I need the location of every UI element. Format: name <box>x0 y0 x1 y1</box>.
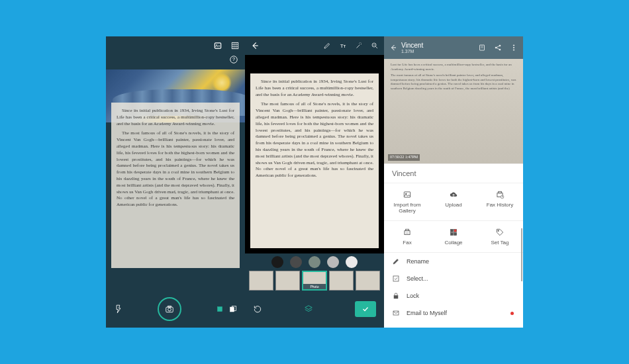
camera-screen: A+ ? Since its initial publication in 19… <box>106 36 245 328</box>
editor-page-text: Since its initial publication in 1934, I… <box>250 73 379 248</box>
cloud-up-icon <box>449 190 458 199</box>
zoom-out-icon[interactable] <box>371 42 379 50</box>
svg-text:?: ? <box>232 57 235 62</box>
lock-icon <box>392 292 400 300</box>
filter-thumb-1[interactable] <box>249 271 273 291</box>
filter-label: Photo <box>303 284 326 289</box>
svg-rect-38 <box>406 229 409 230</box>
action-label: Set Tag <box>491 240 509 246</box>
menu-label: Email to Myself <box>407 310 447 316</box>
svg-rect-40 <box>450 229 453 232</box>
tone-dot-2[interactable] <box>290 256 302 268</box>
email-icon <box>392 309 400 317</box>
fax-button[interactable]: Fax <box>384 224 430 250</box>
document-screen: Vincent 1.37M Lust for Life has been a c… <box>384 36 523 328</box>
email-myself-item[interactable]: Email to Myself <box>384 304 523 322</box>
filter-thumb-2[interactable] <box>275 271 300 291</box>
svg-rect-47 <box>393 311 399 315</box>
editor-bottombar <box>245 296 384 322</box>
back-icon[interactable] <box>250 41 260 50</box>
single-mode-icon[interactable] <box>216 305 224 313</box>
svg-point-44 <box>498 230 499 232</box>
set-tag-button[interactable]: Set Tag <box>477 224 523 250</box>
editor-topbar: Tт <box>245 36 384 55</box>
svg-rect-43 <box>454 233 457 236</box>
hide-page-details-item[interactable]: Hide Page Details <box>384 322 523 328</box>
tone-dot-4[interactable] <box>327 256 339 268</box>
menu-label: Select... <box>407 275 428 282</box>
new-badge <box>510 312 514 315</box>
menu-label: Lock <box>407 293 419 299</box>
confirm-button[interactable] <box>355 301 376 317</box>
select-icon <box>392 275 400 283</box>
shutter-button[interactable] <box>158 297 181 321</box>
select-item[interactable]: Select... <box>384 270 523 287</box>
svg-rect-41 <box>454 229 457 232</box>
collage-button[interactable]: Collage <box>430 224 477 250</box>
preview-p1: Lust for Life has been a critical succes… <box>391 63 516 71</box>
grid-icon[interactable] <box>230 41 240 50</box>
paragraph-2: The most famous of all of Stone's novels… <box>117 130 234 208</box>
svg-rect-45 <box>393 276 399 281</box>
rename-icon <box>392 257 400 265</box>
wand-icon[interactable] <box>355 42 363 50</box>
filter-thumbnails: Photo <box>249 271 380 291</box>
filter-thumb-5[interactable] <box>356 271 380 291</box>
filter-thumb-4[interactable] <box>329 271 354 291</box>
layers-icon[interactable] <box>304 304 313 314</box>
fax-history-button[interactable]: Fax History <box>477 186 523 218</box>
scrollbar[interactable] <box>521 228 522 281</box>
document-date: 07/30/22 1:47PM <box>388 154 420 161</box>
batch-mode-icon[interactable] <box>229 305 237 313</box>
rotate-icon[interactable] <box>253 304 262 314</box>
text-icon[interactable]: Tт <box>339 42 347 50</box>
upload-button[interactable]: Upload <box>430 186 477 218</box>
document-title-block: Vincent 1.37M <box>401 42 478 54</box>
filter-strip: Photo <box>245 253 384 296</box>
tone-dot-5[interactable] <box>346 256 358 268</box>
menu-list: Rename Select... Lock Email to Myself Hi… <box>384 252 523 328</box>
camera-icon <box>165 304 174 314</box>
document-preview-thumb[interactable]: Lust for Life has been a critical succes… <box>384 59 523 163</box>
pen-icon[interactable] <box>323 42 331 50</box>
help-icon[interactable]: ? <box>229 55 238 64</box>
flash-icon[interactable] <box>114 304 123 314</box>
collage-icon <box>449 228 458 237</box>
svg-rect-12 <box>218 307 222 312</box>
svg-line-27 <box>497 46 499 48</box>
tone-dot-1[interactable] <box>271 256 283 268</box>
share-icon[interactable] <box>494 44 502 52</box>
menu-label: Hide Page Details <box>407 327 454 328</box>
action-label: Import from Gallery <box>385 202 429 214</box>
filter-tone-dots <box>249 256 380 268</box>
svg-rect-46 <box>394 296 398 299</box>
lock-item[interactable]: Lock <box>384 287 523 304</box>
document-topbar: Vincent 1.37M <box>384 36 523 59</box>
eye-off-icon <box>392 326 400 328</box>
action-label: Collage <box>444 240 462 246</box>
svg-line-28 <box>497 48 499 50</box>
svg-point-29 <box>513 45 514 46</box>
document-title: Vincent <box>401 42 478 49</box>
pdf-icon[interactable] <box>478 44 486 52</box>
sheet-title: Vincent <box>384 163 523 183</box>
svg-point-30 <box>513 47 514 48</box>
tone-dot-3[interactable] <box>309 256 320 268</box>
import-from-gallery-button[interactable]: Import from Gallery <box>384 186 430 218</box>
camera-bottombar <box>106 291 245 328</box>
tag-icon <box>495 228 505 237</box>
svg-point-25 <box>499 45 501 46</box>
rename-item[interactable]: Rename <box>384 253 523 270</box>
svg-text:Tт: Tт <box>340 43 346 49</box>
action-grid-row-2: Fax Collage Set Tag <box>384 220 523 252</box>
fax-history-icon <box>495 190 505 199</box>
gallery-icon <box>403 190 412 199</box>
filter-thumb-3[interactable]: Photo <box>302 271 328 291</box>
enhance-icon[interactable]: A+ <box>213 41 222 50</box>
editor-preview: Since its initial publication in 1934, I… <box>245 55 384 253</box>
more-icon[interactable] <box>510 44 518 52</box>
back-icon[interactable] <box>389 44 397 52</box>
svg-line-18 <box>376 47 378 49</box>
camera-help-row: ? <box>106 55 245 69</box>
mode-group <box>216 305 237 313</box>
